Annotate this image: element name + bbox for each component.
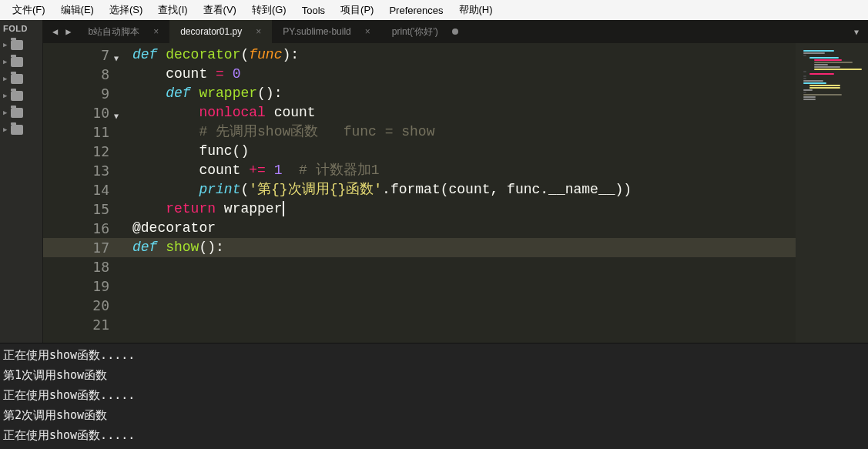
tab-bar: ◀ ▶ b站自动脚本×decorator01.py×PY.sublime-bui… <box>43 20 868 43</box>
menu-project[interactable]: 项目(P) <box>333 2 381 18</box>
menu-view[interactable]: 查看(V) <box>196 2 244 18</box>
menu-find[interactable]: 查找(I) <box>150 2 195 18</box>
menu-file[interactable]: 文件(F) <box>5 2 53 18</box>
folder-icon <box>11 91 23 101</box>
console-line: 正在使用show函数..... <box>3 425 865 445</box>
folder-item[interactable]: ▶ <box>0 53 42 70</box>
menu-tools[interactable]: Tools <box>294 3 333 18</box>
nav-prev-icon[interactable]: ◀ <box>52 26 58 37</box>
chevron-right-icon: ▶ <box>3 58 9 65</box>
folder-icon <box>11 125 23 135</box>
folder-item[interactable]: ▶ <box>0 87 42 104</box>
sidebar-header: FOLD <box>0 20 42 36</box>
folder-icon <box>11 40 23 50</box>
menu-help[interactable]: 帮助(H) <box>451 2 501 18</box>
minimap[interactable] <box>796 43 868 343</box>
chevron-right-icon: ▶ <box>3 126 9 133</box>
tab-overflow-icon[interactable]: ▼ <box>845 20 868 43</box>
fold-icon[interactable]: ▼ <box>114 49 119 68</box>
code-editor[interactable]: 7▼8910▼1112131415161718192021 def decora… <box>43 43 868 343</box>
tab-1[interactable]: decorator01.py× <box>169 20 272 43</box>
folder-icon <box>11 57 23 67</box>
folder-item[interactable]: ▶ <box>0 36 42 53</box>
tab-label: decorator01.py <box>180 26 242 37</box>
close-icon[interactable]: × <box>256 26 261 37</box>
text-cursor <box>283 201 284 216</box>
dirty-indicator-icon <box>452 28 458 35</box>
console-line: 第2次调用show函数 <box>3 405 865 425</box>
output-console[interactable]: 正在使用show函数.....第1次调用show函数正在使用show函数....… <box>0 343 868 449</box>
folder-sidebar: FOLD ▶▶▶▶▶▶ <box>0 20 43 343</box>
close-icon[interactable]: × <box>153 26 159 37</box>
tab-label: b站自动脚本 <box>88 25 139 39</box>
tab-label: print('你好') <box>392 25 438 39</box>
menu-select[interactable]: 选择(S) <box>102 2 150 18</box>
menu-edit[interactable]: 编辑(E) <box>53 2 102 18</box>
menu-bar: 文件(F) 编辑(E) 选择(S) 查找(I) 查看(V) 转到(G) Tool… <box>0 0 868 20</box>
tab-label: PY.sublime-build <box>283 26 351 37</box>
chevron-right-icon: ▶ <box>3 75 9 82</box>
line-gutter: 7▼8910▼1112131415161718192021 <box>43 43 120 343</box>
console-line: 第1次调用show函数 <box>3 365 865 385</box>
menu-preferences[interactable]: Preferences <box>381 3 451 18</box>
chevron-right-icon: ▶ <box>3 92 9 99</box>
chevron-right-icon: ▶ <box>3 109 9 116</box>
console-line: 第3次调用show函数 <box>3 445 865 449</box>
tab-2[interactable]: PY.sublime-build× <box>272 20 381 43</box>
nav-next-icon[interactable]: ▶ <box>65 26 71 37</box>
close-icon[interactable]: × <box>365 26 370 37</box>
console-line: 正在使用show函数..... <box>3 385 865 405</box>
folder-item[interactable]: ▶ <box>0 121 42 138</box>
fold-icon[interactable]: ▼ <box>114 106 119 126</box>
tab-3[interactable]: print('你好') <box>381 20 469 43</box>
menu-goto[interactable]: 转到(G) <box>244 2 294 18</box>
folder-icon <box>11 108 23 118</box>
folder-item[interactable]: ▶ <box>0 104 42 121</box>
code-area[interactable]: def decorator(func): count = 0 def wrapp… <box>120 43 796 343</box>
console-line: 正在使用show函数..... <box>3 345 865 365</box>
chevron-right-icon: ▶ <box>3 41 9 49</box>
tab-0[interactable]: b站自动脚本× <box>77 20 169 43</box>
folder-item[interactable]: ▶ <box>0 70 42 87</box>
folder-icon <box>11 74 23 84</box>
